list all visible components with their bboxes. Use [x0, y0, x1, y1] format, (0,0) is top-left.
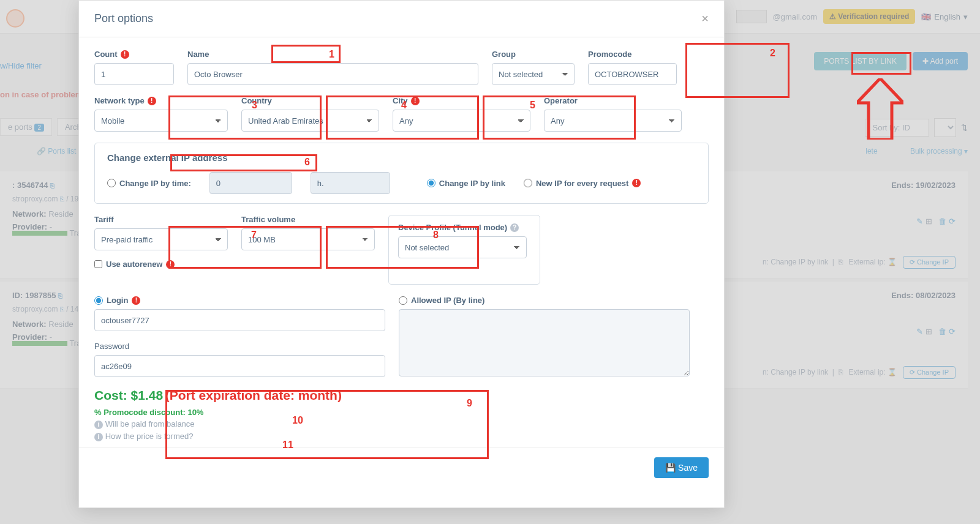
operator-label: Operator — [544, 96, 682, 105]
callout-num-3: 3 — [252, 100, 257, 111]
cost-label: Cost: $1.48 — [94, 388, 163, 402]
info-icon[interactable]: ! — [121, 50, 129, 59]
password-label: Password — [94, 342, 385, 351]
info-icon[interactable]: ! — [132, 296, 140, 305]
info-icon[interactable]: ! — [166, 260, 175, 269]
tariff-select[interactable]: Pre-paid traffic — [94, 228, 228, 250]
traffic-volume-select[interactable]: 100 MB — [241, 228, 375, 250]
port-options-modal: Port options × Count ! Name Group Not se… — [78, 0, 725, 508]
callout-num-11: 11 — [282, 440, 293, 451]
ip-time-unit-select[interactable]: h. — [311, 172, 390, 194]
operator-select[interactable]: Any — [544, 110, 682, 132]
traffic-volume-label: Traffic volume — [241, 215, 375, 224]
cost-expiration: (Port expiration date: month) — [165, 388, 342, 402]
arrow-callout-icon — [857, 78, 903, 141]
callout-num-2: 2 — [770, 48, 775, 59]
change-ip-time-radio[interactable]: Change IP by time: — [107, 179, 191, 188]
close-icon[interactable]: × — [701, 12, 709, 26]
callout-num-8: 8 — [433, 230, 439, 241]
change-ip-section: Change external IP address Change IP by … — [94, 143, 709, 204]
group-label: Group — [492, 50, 575, 59]
name-input[interactable] — [187, 63, 478, 85]
new-ip-request-radio[interactable]: New IP for every request ! — [524, 179, 641, 188]
callout-num-9: 9 — [467, 398, 472, 409]
allowed-ip-radio[interactable]: Allowed IP (By line) — [399, 296, 690, 305]
count-input[interactable] — [94, 63, 174, 85]
info-icon[interactable]: ! — [148, 97, 156, 105]
callout-num-4: 4 — [401, 100, 407, 111]
promocode-input[interactable] — [588, 63, 677, 85]
city-label: City ! — [393, 96, 530, 105]
country-label: Country — [241, 96, 379, 105]
login-radio[interactable]: Login ! — [94, 296, 385, 305]
device-profile-label: Device Profile (Tunnel mode) ? — [398, 223, 530, 232]
callout-num-6: 6 — [304, 157, 310, 168]
autorenew-checkbox[interactable]: Use autorenew ! — [94, 260, 228, 269]
group-select[interactable]: Not selected — [492, 63, 575, 85]
country-select[interactable]: United Arab Emirates — [241, 110, 379, 132]
callout-num-10: 10 — [292, 415, 303, 426]
device-profile-select[interactable]: Not selected — [398, 236, 527, 258]
callout-num-1: 1 — [329, 49, 334, 60]
change-ip-title: Change external IP address — [107, 152, 696, 163]
promo-discount: % Promocode discount: 10% — [94, 408, 709, 417]
paid-from-balance-note: i Will be paid from balance — [94, 419, 709, 429]
callout-num-5: 5 — [530, 100, 535, 111]
tariff-label: Tariff — [94, 215, 228, 224]
promocode-label: Promocode — [588, 50, 677, 59]
modal-title: Port options — [94, 12, 153, 25]
info-icon[interactable]: ! — [632, 179, 641, 187]
network-type-select[interactable]: Mobile — [94, 110, 228, 132]
help-icon[interactable]: ? — [510, 223, 519, 232]
count-label: Count ! — [94, 50, 174, 59]
password-input[interactable] — [94, 355, 385, 377]
callout-num-7: 7 — [251, 230, 257, 241]
info-icon[interactable]: ! — [411, 97, 420, 105]
city-select[interactable]: Any — [393, 110, 530, 132]
network-type-label: Network type ! — [94, 96, 228, 105]
change-ip-link-radio[interactable]: Change IP by link — [427, 179, 505, 188]
price-formed-note[interactable]: i How the price is formed? — [94, 432, 709, 441]
save-button[interactable]: 💾 Save — [654, 457, 709, 478]
allowed-ip-textarea[interactable] — [399, 309, 690, 376]
ip-time-value-input[interactable] — [209, 172, 292, 194]
login-input[interactable] — [94, 309, 385, 331]
